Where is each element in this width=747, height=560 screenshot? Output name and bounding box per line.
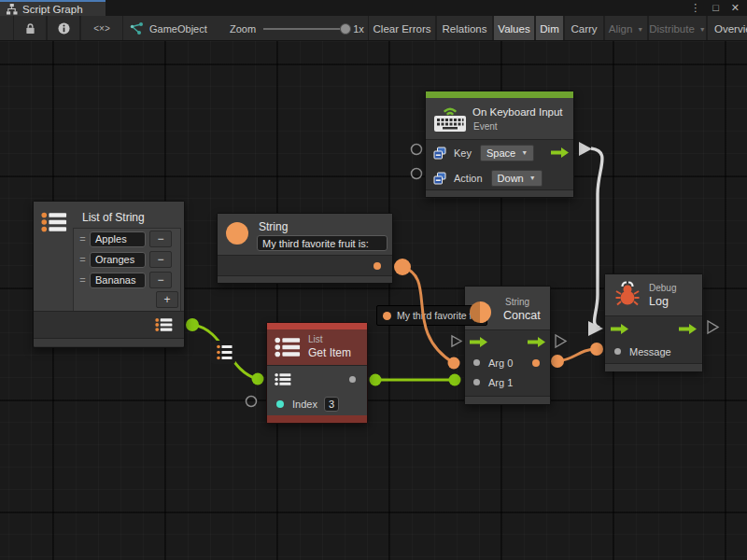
tab-strip: Script Graph ⋮ □ ✕ [0, 0, 747, 16]
code-view-button[interactable]: <×> [80, 16, 123, 41]
node-list-of-string[interactable]: List of String = Apples − = Oranges − = [33, 201, 185, 348]
zoom-control: Zoom 1x [230, 16, 364, 41]
list-input-port[interactable] [275, 372, 291, 386]
unity-visual-scripting-window: Script Graph ⋮ □ ✕ <×> GameObject [0, 0, 747, 560]
arg0-port-label: Arg 0 [488, 357, 513, 369]
node-on-keyboard-input[interactable]: On Keyboard Input Event Key Space ▼ [425, 91, 574, 198]
list-editor: = Apples − = Oranges − = Bananas − [73, 228, 181, 312]
selection-strip [267, 323, 367, 329]
window-close-icon[interactable]: ✕ [731, 0, 740, 16]
key-dropdown[interactable]: Space ▼ [480, 145, 534, 161]
unconnected-trigger-arrow[interactable] [556, 335, 566, 347]
gameobject-label: GameObject [149, 23, 207, 35]
align-dropdown[interactable]: Align ▼ [604, 16, 648, 41]
carry-toggle[interactable]: Carry [564, 16, 604, 41]
unconnected-port-circle[interactable] [412, 169, 422, 179]
list-item-field[interactable]: Apples [90, 231, 146, 247]
chevron-down-icon: ▼ [521, 149, 528, 156]
wire-endpoint [252, 373, 264, 385]
list-item-field[interactable]: Bananas [90, 273, 146, 288]
enum-icon [433, 172, 446, 185]
index-input-port[interactable] [276, 400, 284, 408]
node-title: Get Item [308, 346, 351, 359]
node-debug-log[interactable]: Debug Log Message [604, 273, 703, 371]
trigger-output-port[interactable] [551, 147, 569, 159]
message-input-port[interactable] [614, 348, 621, 355]
overview-button[interactable]: Overview [707, 16, 747, 41]
event-node-strip [426, 91, 573, 98]
zoom-slider[interactable] [263, 28, 345, 30]
window-maximize-icon[interactable]: □ [712, 0, 719, 16]
dim-toggle[interactable]: Dim [535, 16, 564, 41]
wire-endpoint [551, 355, 564, 368]
info-button[interactable] [47, 16, 80, 41]
result-output-port[interactable] [532, 359, 540, 367]
item-output-port[interactable] [349, 376, 356, 383]
wire-endpoint [370, 374, 382, 386]
add-item-button[interactable]: + [156, 291, 178, 308]
enum-icon [433, 147, 446, 160]
zoom-label: Zoom [230, 23, 256, 35]
wire-value-badge [211, 341, 235, 364]
list-item-row: = Bananas − [74, 270, 180, 290]
arg1-port-label: Arg 1 [488, 377, 513, 388]
relations-button[interactable]: Relations [436, 16, 493, 41]
key-port-label: Key [454, 147, 472, 159]
window-menu-icon[interactable]: ⋮ [690, 0, 700, 16]
values-toggle[interactable]: Values [493, 16, 535, 41]
distribute-dropdown[interactable]: Distribute ▼ [648, 16, 707, 41]
remove-item-button[interactable]: − [149, 231, 172, 247]
node-string-literal[interactable]: String My third favorite fruit is: [217, 213, 393, 284]
list-output-port[interactable] [155, 317, 173, 332]
tab-script-graph[interactable]: Script Graph [0, 0, 106, 16]
unconnected-trigger-arrow[interactable] [708, 321, 718, 333]
node-title: Concat [503, 309, 541, 322]
node-category: List [308, 334, 323, 344]
drag-handle[interactable]: = [76, 233, 90, 245]
arg0-input-port[interactable] [473, 359, 480, 366]
chevron-down-icon: ▼ [637, 26, 643, 33]
list-item-field[interactable]: Oranges [90, 252, 146, 268]
remove-item-button[interactable]: − [149, 272, 172, 288]
string-value-field[interactable]: My third favorite fruit is: [257, 235, 388, 251]
gameobject-icon [129, 22, 144, 35]
drag-handle[interactable]: = [76, 254, 90, 265]
node-get-item[interactable]: List Get Item Index [266, 322, 368, 424]
chevron-down-icon: ▼ [699, 26, 706, 33]
list-icon [41, 211, 67, 233]
list-value-wire [192, 325, 258, 379]
trigger-output-port[interactable] [679, 323, 697, 335]
distribute-label: Distribute [649, 23, 695, 35]
lock-button[interactable] [13, 16, 47, 41]
tab-title: Script Graph [22, 4, 83, 15]
zoom-slider-handle[interactable] [340, 23, 351, 35]
arg1-input-port[interactable] [473, 379, 480, 385]
window-controls: ⋮ □ ✕ [690, 0, 740, 16]
script-graph-icon [6, 4, 18, 15]
string-output-port[interactable] [374, 262, 381, 270]
key-dropdown-value: Space [486, 147, 515, 159]
node-category: String [505, 297, 529, 307]
unconnected-trigger-arrow[interactable] [452, 336, 461, 346]
graph-canvas[interactable]: On Keyboard Input Event Key Space ▼ [0, 41, 747, 560]
trigger-input-port[interactable] [470, 336, 487, 348]
trigger-output-port[interactable] [528, 336, 545, 348]
list-icon [275, 336, 301, 358]
code-icon: <×> [93, 23, 110, 34]
list-icon [217, 345, 232, 360]
drag-handle[interactable]: = [76, 274, 90, 286]
gameobject-target[interactable]: GameObject [129, 16, 207, 41]
index-value-field[interactable]: 3 [324, 397, 339, 412]
clear-errors-button[interactable]: Clear Errors [368, 16, 436, 41]
wire-endpoint [394, 259, 411, 275]
unconnected-port-circle[interactable] [247, 397, 257, 407]
node-title: String [259, 220, 288, 233]
trigger-input-port[interactable] [611, 323, 628, 335]
wire-endpoint [449, 374, 461, 386]
action-dropdown[interactable]: Down ▼ [491, 170, 543, 187]
unconnected-port-circle[interactable] [412, 145, 422, 155]
graph-toolbar: <×> GameObject Zoom 1x Clear Errors Rela… [0, 16, 747, 41]
value-tooltip-text: My third favorite fr... [397, 310, 481, 321]
lock-icon [25, 22, 35, 35]
remove-item-button[interactable]: − [149, 251, 172, 268]
